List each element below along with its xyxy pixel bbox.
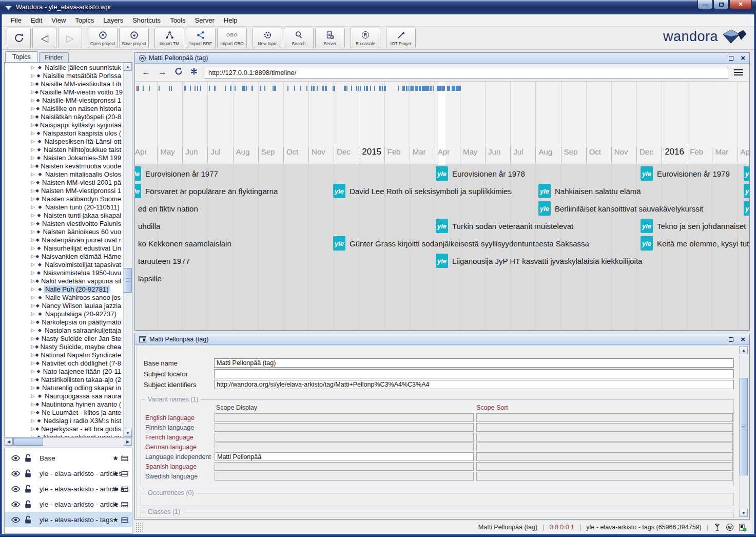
tree-scroll-thumb[interactable]	[124, 268, 132, 293]
tree-item[interactable]: ▷◆Naisten viestivoitto Falunis	[5, 219, 123, 227]
r-console-button[interactable]: RR console	[351, 28, 380, 48]
tree-item[interactable]: ▷◆Naislätkän näytöspeli (20-8	[5, 112, 123, 121]
maximize-icon[interactable]	[729, 56, 733, 61]
tree-item[interactable]: ▷◆Naisurheilijat edustivat Lin	[5, 244, 123, 252]
layer-table-icon[interactable]	[121, 455, 128, 462]
expand-arrow-icon[interactable]: ▷	[31, 73, 35, 78]
expand-arrow-icon[interactable]: ▷	[31, 139, 36, 144]
tree-item[interactable]: ▷◆Naisten Jokamies-SM 199	[5, 154, 123, 162]
menu-server[interactable]: Server	[190, 15, 219, 26]
layer-row[interactable]: yle - elava-arkisto - tags★	[5, 512, 132, 527]
expand-arrow-icon[interactable]: ▷	[31, 204, 36, 209]
tree-item[interactable]: ▷◆Naisille MM-viestikultaa Lib	[5, 80, 123, 88]
expand-arrow-icon[interactable]: ▷	[31, 319, 35, 324]
tree-item[interactable]: ▷◆Nautintona hyinen avanto (	[5, 400, 123, 408]
menu-help[interactable]: Help	[219, 15, 242, 26]
scope-sort-field[interactable]	[476, 462, 733, 471]
expand-arrow-icon[interactable]: ▷	[31, 81, 35, 86]
import-rdf-button[interactable]: Import RDF	[186, 28, 216, 48]
expand-arrow-icon[interactable]: ▷	[31, 213, 36, 218]
scope-display-field[interactable]	[215, 472, 474, 481]
expand-arrow-icon[interactable]: ▷	[31, 180, 35, 185]
expand-arrow-icon[interactable]: ▷	[31, 360, 35, 366]
expand-arrow-icon[interactable]: ▷	[31, 98, 35, 103]
menu-file[interactable]: File	[6, 15, 26, 26]
refresh-button[interactable]	[7, 28, 31, 48]
tree-item[interactable]: ▷◆Nalle Puh (20-92781)	[5, 285, 123, 293]
expand-arrow-icon[interactable]: ▷	[31, 426, 35, 431]
maximize-button[interactable]	[713, 0, 729, 9]
tree-item[interactable]: ▷◆Naisliike on naisen historia	[5, 104, 123, 112]
tree-hscroll-thumb[interactable]	[13, 438, 43, 446]
scope-sort-field[interactable]	[476, 433, 733, 442]
tree-item[interactable]: ▷◆Naisten tunti jakaa sikapal	[5, 211, 123, 219]
scroll-down-icon[interactable]: ▼	[124, 429, 132, 437]
expand-arrow-icon[interactable]: ▷	[31, 328, 36, 333]
tree-item[interactable]: ▷◆Nakit vedetään vappuna sil	[5, 277, 123, 285]
scope-sort-field[interactable]	[476, 452, 733, 461]
browser-menu-icon[interactable]	[734, 68, 743, 77]
search-button[interactable]: Search	[284, 28, 314, 48]
expand-arrow-icon[interactable]: ▷	[31, 65, 36, 70]
tree-item[interactable]: ▷◆Naispastori kaapista ulos (	[5, 129, 123, 137]
tree-item[interactable]: ▷◆Naisten kevätmuotia vuode	[5, 162, 123, 170]
tree-item[interactable]: ▷◆Naurujoogassa saa naura	[5, 392, 123, 400]
tree-item[interactable]: ▷◆Naispappi kyllästyi syrjintää	[5, 121, 123, 129]
timeline-event[interactable]: yleKeitä me olemme, kysyi tutkija	[641, 235, 749, 252]
tree-item[interactable]: ▷◆Nalle Wahlroos sanoo jos	[5, 293, 123, 301]
tree-item[interactable]: ▷◆Naisvoimistelua 1950-luvu	[5, 268, 123, 277]
expand-arrow-icon[interactable]: ▷	[31, 155, 35, 160]
browser-refresh-button[interactable]	[175, 67, 183, 78]
tree-item[interactable]: ▷◆Nedslag i radio X3M:s hist	[5, 416, 123, 425]
scope-sort-field[interactable]	[476, 443, 733, 451]
menu-tools[interactable]: Tools	[165, 15, 190, 26]
open-project-button[interactable]: Open project	[88, 28, 118, 48]
menu-edit[interactable]: Edit	[26, 15, 47, 26]
browser-back-button[interactable]: ←	[142, 67, 150, 78]
menu-shortcuts[interactable]: Shortcuts	[128, 15, 165, 26]
timeline-event[interactable]: yleFörsvaret är populärare än flyktingar…	[135, 182, 278, 200]
subject-identifiers-field[interactable]	[214, 380, 734, 389]
tree-item[interactable]: ▷◆Naisille MM-viestin voitto 19	[5, 88, 123, 96]
layer-row[interactable]: yle - elava-arkisto - articles★	[5, 466, 132, 481]
save-project-button[interactable]: Save project	[119, 28, 149, 48]
lock-icon[interactable]	[24, 454, 32, 463]
timeline-event[interactable]: yleEurovisionen år 1979	[641, 165, 730, 182]
tree-item[interactable]: ▷◆Naispesiksen Itä-Länsi-ott	[5, 137, 123, 145]
expand-arrow-icon[interactable]: ▷	[31, 254, 35, 259]
tree-item[interactable]: ▷◆Naisten mitalisaalis Oslos	[5, 170, 123, 178]
lock-icon[interactable]	[24, 515, 32, 524]
subject-locator-field[interactable]	[214, 369, 734, 378]
expand-arrow-icon[interactable]: ▷	[31, 106, 35, 111]
layer-row[interactable]: Base★	[5, 450, 132, 466]
scroll-up-icon[interactable]: ▲	[740, 346, 748, 354]
expand-arrow-icon[interactable]: ▷	[31, 410, 35, 415]
scroll-up-icon[interactable]: ▲	[124, 63, 132, 71]
scroll-down-icon[interactable]: ▼	[740, 509, 748, 517]
tree-item[interactable]: ▷◆Naisten hiihtojoukkue taist	[5, 145, 123, 154]
url-input[interactable]	[205, 67, 728, 79]
import-obo-button[interactable]: OBOImport OBO	[217, 28, 247, 48]
expand-arrow-icon[interactable]: ▷	[31, 352, 35, 357]
new-topic-button[interactable]: New topic	[253, 28, 282, 48]
expand-arrow-icon[interactable]: ▷	[31, 278, 35, 283]
lock-icon[interactable]	[24, 485, 32, 493]
tab-finder[interactable]: Finder	[39, 52, 69, 62]
scope-display-field[interactable]	[215, 462, 474, 471]
timeline-event[interactable]: yleTurkin sodan veteraanit muistelevat	[436, 217, 573, 235]
timeline-event[interactable]: yle	[744, 200, 749, 217]
expand-arrow-icon[interactable]: ▷	[31, 270, 35, 275]
tree-item[interactable]: ▷◆Ne Luumäet - kiitos ja ante	[5, 408, 123, 416]
timeline-event[interactable]: yle	[744, 182, 749, 200]
expand-arrow-icon[interactable]: ▷	[31, 245, 36, 251]
tree-item[interactable]: ▷◆Naturenlig odling skapar in	[5, 383, 123, 392]
tree-horizontal-scrollbar[interactable]: ◀ ▶	[4, 437, 132, 446]
expand-arrow-icon[interactable]: ▷	[31, 221, 35, 226]
scope-display-field[interactable]	[215, 423, 474, 432]
scope-display-field[interactable]	[215, 452, 474, 461]
server-button[interactable]: Server	[315, 28, 345, 48]
resize-grip[interactable]	[135, 522, 143, 532]
form-vertical-scrollbar[interactable]: ▲ ▼	[739, 346, 748, 517]
browser-forward-button[interactable]: →	[158, 67, 167, 78]
close-button[interactable]: ✕	[729, 0, 752, 9]
